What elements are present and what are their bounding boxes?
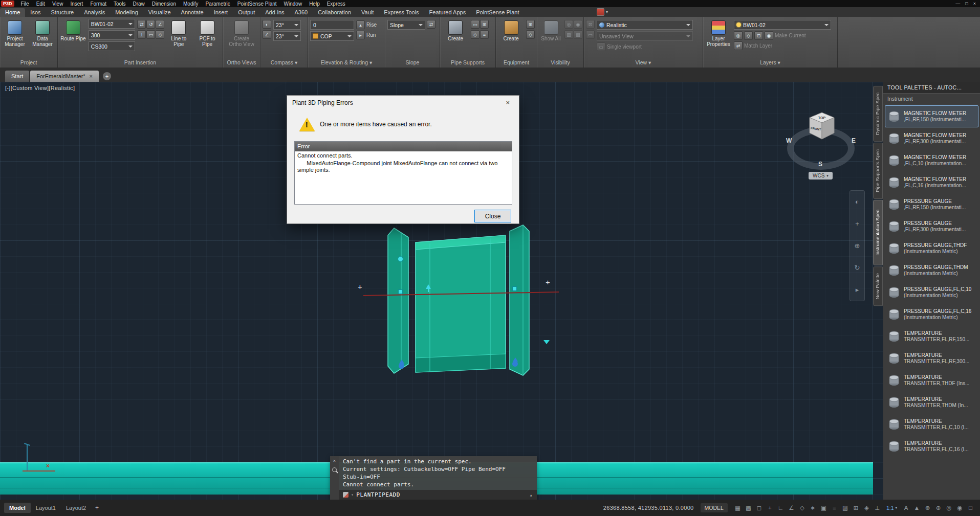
compass-toggle-icon[interactable]: ◐: [263, 20, 271, 29]
ribbon-tab[interactable]: Visualize: [143, 8, 176, 17]
pipe-size-toggle-icon[interactable]: ⇄: [137, 20, 146, 29]
show-selected-icon[interactable]: ◉: [574, 20, 582, 29]
menu-item[interactable]: PointSense Plant: [234, 1, 280, 7]
panel-label[interactable]: Slope: [385, 59, 440, 68]
snap-mode-icon[interactable]: ▩: [743, 503, 754, 513]
graphics-performance-icon[interactable]: ◉: [954, 503, 965, 513]
compass-angle-combo[interactable]: 23°: [273, 20, 301, 30]
layer-isolate-icon[interactable]: ◉: [765, 31, 773, 40]
view-manager-icon[interactable]: ▭: [586, 30, 595, 39]
menu-item[interactable]: Draw: [129, 1, 148, 7]
viewcube-cube[interactable]: TOP FRONT: [805, 108, 838, 142]
menu-item[interactable]: Modify: [180, 1, 202, 7]
palette-tool-item[interactable]: MAGNETIC FLOW METER ,FL,C,10 (Instrument…: [885, 149, 978, 171]
palette-tool-item[interactable]: MAGNETIC FLOW METER ,FL,RF,300 (Instrume…: [885, 127, 978, 149]
elevation-input[interactable]: 0: [310, 20, 354, 30]
joint-toggle-icon[interactable]: ▭: [146, 30, 155, 39]
close-button[interactable]: Close: [474, 210, 511, 222]
route-pipe-button[interactable]: Route Pipe: [60, 19, 86, 59]
panel-label[interactable]: Pipe Supports: [440, 59, 495, 68]
match-layer-button[interactable]: Match Layer: [744, 43, 772, 49]
palette-tool-item[interactable]: PRESSURE GAUGE,FL,C,16 (Instrumentation …: [885, 303, 978, 325]
pipe-fitting-3d-object[interactable]: [358, 221, 563, 380]
palette-title[interactable]: TOOL PALETTES - AUTOC...: [883, 82, 980, 94]
selection-cycling-icon[interactable]: ⊞: [851, 503, 861, 513]
palette-tool-item[interactable]: PRESSURE GAUGE,FL,C,10 (Instrumentation …: [885, 281, 978, 303]
layout-tab[interactable]: Model: [4, 503, 31, 513]
ribbon-tab[interactable]: Home: [0, 8, 25, 17]
rise-button[interactable]: ▴Rise: [356, 20, 377, 29]
menu-item[interactable]: Window: [280, 1, 306, 7]
orbit-icon[interactable]: ↻: [855, 264, 860, 272]
panel-label[interactable]: View ▾: [584, 59, 703, 68]
error-row[interactable]: MixedAutoFlange-Compound joint MixedAuto…: [295, 159, 512, 173]
compass-south-label[interactable]: S: [818, 161, 822, 168]
command-search-icon[interactable]: [332, 467, 337, 472]
spec-viewer-icon[interactable]: ◇: [156, 30, 164, 39]
object-snap-icon[interactable]: ▣: [818, 503, 829, 513]
minimize-icon[interactable]: —: [955, 1, 960, 6]
layer-walk-icon[interactable]: ⇄: [734, 41, 743, 50]
ribbon-tab[interactable]: Collaboration: [313, 8, 356, 17]
panel-label[interactable]: Equipment: [496, 59, 537, 68]
panel-label[interactable]: Layers ▾: [703, 59, 837, 68]
menu-item[interactable]: File: [17, 1, 33, 7]
current-layer-combo[interactable]: BW01-02: [734, 20, 831, 30]
isometric-drafting-icon[interactable]: ◇: [797, 503, 808, 513]
grip-point[interactable]: [398, 289, 403, 294]
make-current-button[interactable]: Make Current: [775, 33, 806, 38]
compass-increment-combo[interactable]: 23°: [273, 31, 301, 41]
new-layout-button[interactable]: +: [91, 504, 103, 511]
layer-off-icon[interactable]: ◎: [734, 31, 743, 40]
show-all-button[interactable]: Show All: [539, 19, 562, 59]
line-group-combo[interactable]: BW01-02: [89, 19, 136, 29]
line-to-pipe-button[interactable]: Line to Pipe: [165, 19, 192, 59]
equipment-attach-icon[interactable]: ◇: [526, 30, 535, 39]
create-ortho-view-button[interactable]: Create Ortho View: [228, 19, 255, 59]
layer-properties-button[interactable]: Layer Properties: [705, 19, 732, 59]
ribbon-tab[interactable]: Output: [233, 8, 260, 17]
viewport-config-button[interactable]: ▭ Single viewport: [597, 42, 693, 51]
continuation-grip-icon[interactable]: [543, 340, 550, 344]
grip-point[interactable]: [398, 256, 403, 262]
flow-direction-marker[interactable]: [399, 363, 404, 369]
palette-tool-item[interactable]: TEMPERATURE TRANSMITTER,THDF (Ins...: [885, 369, 978, 391]
3d-object-snap-icon[interactable]: ◈: [861, 503, 872, 513]
command-close-icon[interactable]: ×: [333, 458, 336, 463]
dialog-title-bar[interactable]: Plant 3D Piping Errors ×: [287, 96, 519, 109]
clean-screen-icon[interactable]: □: [965, 503, 976, 513]
dynamic-ucs-icon[interactable]: ⊥: [872, 503, 883, 513]
panel-label[interactable]: Compass ▾: [260, 59, 308, 68]
project-manager-button[interactable]: Project Manager: [2, 19, 28, 59]
transparency-icon[interactable]: ▨: [840, 503, 851, 513]
ortho-mode-icon[interactable]: ∟: [775, 503, 786, 513]
palette-tool-item[interactable]: PRESSURE GAUGE,THDM (Instrumentation Met…: [885, 259, 978, 281]
file-tab[interactable]: ForEmeraldMaster* ×: [30, 71, 99, 82]
grid-icon[interactable]: ▦: [732, 503, 743, 513]
recent-commands-icon[interactable]: ▴: [530, 492, 533, 498]
autoscale-icon[interactable]: ▲: [911, 503, 922, 513]
pan-icon[interactable]: +: [855, 220, 859, 228]
ribbon-tab[interactable]: Express Tools: [379, 8, 424, 17]
menu-item[interactable]: Dimension: [148, 1, 180, 7]
pipe-size-combo[interactable]: 300: [89, 30, 136, 40]
ribbon-tab[interactable]: Modeling: [110, 8, 143, 17]
file-tab[interactable]: Start ×: [5, 71, 29, 82]
object-snap-tracking-icon[interactable]: ∗: [808, 503, 818, 513]
menu-item[interactable]: View: [49, 1, 67, 7]
palette-tab[interactable]: New Palette: [873, 266, 883, 306]
viewport-controls-label[interactable]: [-][Custom View][Realistic]: [5, 85, 75, 91]
ribbon-tab[interactable]: Structure: [46, 8, 79, 17]
tab-close-icon[interactable]: ×: [90, 73, 93, 79]
slope-combo[interactable]: Slope: [387, 20, 425, 30]
layout-tab[interactable]: Layout1: [31, 503, 61, 513]
chevron-down-icon[interactable]: ▾: [351, 492, 354, 497]
zoom-icon[interactable]: ⊕: [855, 242, 860, 250]
ribbon-tab[interactable]: Analysis: [79, 8, 110, 17]
support-box-icon[interactable]: ▭: [471, 20, 480, 29]
palette-tool-item[interactable]: PRESSURE GAUGE ,FL,RF,150 (Instrumentati…: [885, 193, 978, 215]
panel-label[interactable]: Ortho Views: [223, 59, 260, 68]
layer-freeze-icon[interactable]: ◇: [744, 31, 753, 40]
create-equipment-button[interactable]: Create: [498, 19, 524, 59]
workspace-gear-icon[interactable]: ⊛: [922, 503, 933, 513]
